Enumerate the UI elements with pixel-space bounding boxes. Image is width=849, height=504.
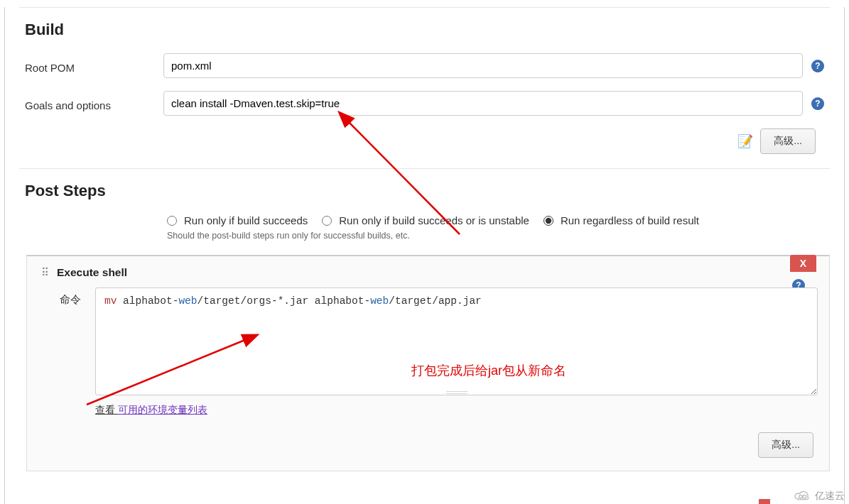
goals-row: Goals and options ? [25,91,830,116]
root-pom-input[interactable] [163,53,803,78]
radio-unstable[interactable] [322,216,332,226]
partial-delete-btn [759,499,770,504]
command-label: 命令 [60,287,95,307]
watermark-text: 亿速云 [815,490,845,503]
post-steps-helptext: Should the post-build steps run only for… [167,231,844,241]
cloud-icon [792,491,812,502]
env-variables-link[interactable]: 可用的环境变量列表 [118,404,207,415]
goals-label: Goals and options [25,95,163,111]
env-link-row: 查看 可用的环境变量列表 [95,404,818,417]
step-header: ⠿ Execute shell [38,266,818,279]
goals-input[interactable] [163,91,803,116]
radio-regardless-label[interactable]: Run regardless of build result [561,214,699,226]
build-advanced-row: 📝 高级... [5,128,816,154]
execute-shell-title: Execute shell [57,266,127,279]
root-pom-label: Root POM [25,57,163,74]
build-section-title: Build [25,21,844,39]
radio-regardless[interactable] [544,216,553,226]
post-steps-title: Post Steps [25,182,844,200]
jenkins-config-panel: Build Root POM ? Goals and options ? 📝 高… [4,7,845,504]
svg-point-4 [799,495,803,498]
resize-handle-icon[interactable] [446,391,467,394]
post-steps-radio-group: Run only if build succeeds Run only if b… [167,214,844,226]
section-divider [19,168,830,169]
shell-advanced-button[interactable]: 高级... [758,432,813,458]
help-icon[interactable]: ? [811,60,824,72]
env-prefix: 查看 [95,404,118,415]
radio-succeeds[interactable] [167,216,177,226]
command-textarea[interactable]: mv alphabot-web/target/orgs-*.jar alphab… [95,287,818,395]
delete-step-button[interactable]: X [790,255,816,272]
radio-succeeds-label[interactable]: Run only if build succeeds [184,214,308,226]
root-pom-row: Root POM ? [25,53,830,78]
command-row: 命令 mv alphabot-web/target/orgs-*.jar alp… [60,287,818,395]
svg-point-5 [803,495,806,498]
drag-handle-icon[interactable]: ⠿ [38,267,50,278]
watermark: 亿速云 [792,490,845,503]
top-divider [19,7,830,8]
radio-unstable-label[interactable]: Run only if build succeeds or is unstabl… [339,214,529,226]
build-advanced-button[interactable]: 高级... [760,128,816,154]
edit-icon[interactable]: 📝 [737,133,753,149]
help-icon[interactable]: ? [811,97,824,110]
execute-shell-panel: X ? ⠿ Execute shell 命令 mv alphabot-web/t… [26,255,830,471]
